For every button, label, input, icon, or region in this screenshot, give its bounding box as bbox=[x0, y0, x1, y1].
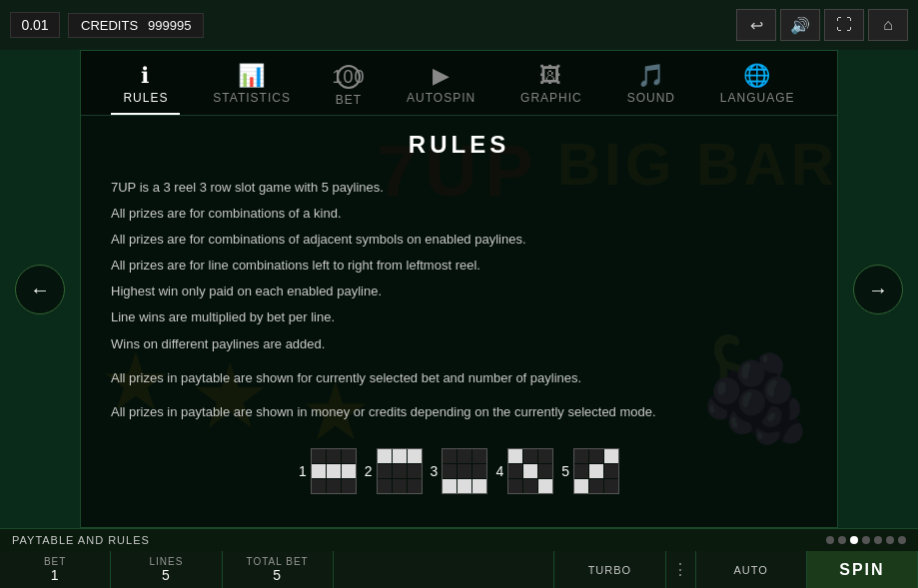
cell bbox=[378, 449, 392, 463]
paytable-label-text: PAYTABLE AND RULES bbox=[12, 534, 150, 546]
next-arrow[interactable]: → bbox=[853, 265, 903, 314]
cell bbox=[574, 449, 588, 463]
total-bet-control[interactable]: TOTAL BET 5 bbox=[223, 551, 334, 588]
rule-line-5: Highest win only paid on each enabled pa… bbox=[111, 281, 807, 302]
top-bar-icons: ↩ 🔊 ⛶ ⌂ bbox=[736, 9, 908, 41]
rules-icon: ℹ bbox=[141, 65, 150, 87]
sound-icon: 🎵 bbox=[637, 65, 665, 87]
total-bet-label: TOTAL BET bbox=[247, 556, 309, 567]
spin-button[interactable]: SPIN bbox=[807, 551, 918, 588]
cell bbox=[523, 449, 537, 463]
turbo-label: TURBO bbox=[588, 564, 632, 576]
tab-bet-label: BET bbox=[336, 93, 362, 107]
credits-display: CREDITS 999995 bbox=[68, 13, 204, 38]
payline-4: 4 bbox=[495, 448, 553, 494]
tab-language[interactable]: 🌐 LANGUAGE bbox=[708, 59, 807, 115]
cell bbox=[538, 479, 552, 493]
cell bbox=[342, 479, 356, 493]
cell bbox=[538, 449, 552, 463]
payline-5: 5 bbox=[561, 448, 619, 494]
rule-line-1: 7UP is a 3 reel 3 row slot game with 5 p… bbox=[111, 177, 807, 199]
tab-sound-label: SOUND bbox=[627, 91, 675, 105]
bet-value: 1 bbox=[51, 567, 60, 583]
bet-control[interactable]: BET 1 bbox=[0, 551, 111, 588]
win-display bbox=[334, 551, 555, 588]
payline-1-grid bbox=[311, 448, 357, 494]
home-button[interactable]: ⌂ bbox=[868, 9, 908, 41]
rule-line-7: Wins on different paylines are added. bbox=[111, 333, 807, 355]
cell bbox=[408, 479, 422, 493]
tab-autospin-label: AUTOSPIN bbox=[407, 91, 475, 105]
rule-line-4: All prizes are for line combinations lef… bbox=[111, 255, 807, 277]
cell bbox=[312, 464, 326, 478]
cell bbox=[342, 464, 356, 478]
graphic-icon: 🖼 bbox=[539, 65, 562, 87]
tab-graphic-label: GRAPHIC bbox=[520, 91, 582, 105]
back-button[interactable]: ↩ bbox=[736, 9, 776, 41]
bet-icon: 100 bbox=[337, 65, 361, 89]
cell bbox=[574, 479, 588, 493]
cell bbox=[472, 449, 486, 463]
statistics-icon: 📊 bbox=[238, 65, 266, 87]
cell bbox=[472, 464, 486, 478]
bet-display: 0.01 bbox=[10, 12, 60, 38]
rules-text: 7UP is a 3 reel 3 row slot game with 5 p… bbox=[111, 177, 807, 423]
lines-control[interactable]: LINES 5 bbox=[111, 551, 222, 588]
rules-title: RULES bbox=[111, 131, 807, 159]
cell bbox=[458, 464, 471, 478]
cell bbox=[393, 464, 407, 478]
bottom-bar: PAYTABLE AND RULES BET 1 LINES 5 TOTAL B… bbox=[0, 528, 918, 588]
tab-statistics-label: STATISTICS bbox=[213, 91, 291, 105]
payline-3-grid bbox=[442, 448, 487, 494]
tab-rules[interactable]: ℹ RULES bbox=[111, 59, 180, 115]
bet-label: BET bbox=[44, 556, 66, 567]
cell bbox=[393, 479, 407, 493]
main-content: ℹ RULES 📊 STATISTICS 100 BET ▶ AUTOSPIN … bbox=[80, 50, 838, 528]
rule-line-6: Line wins are multiplied by bet per line… bbox=[111, 306, 807, 328]
dot-4 bbox=[862, 536, 870, 544]
cell bbox=[574, 464, 588, 478]
payline-3: 3 bbox=[431, 448, 488, 494]
prev-arrow[interactable]: ← bbox=[15, 265, 65, 314]
payline-2-number: 2 bbox=[365, 463, 373, 479]
total-bet-value: 5 bbox=[273, 567, 282, 583]
dot-1 bbox=[826, 536, 834, 544]
cell bbox=[508, 464, 522, 478]
payline-5-grid bbox=[573, 448, 619, 494]
menu-dots-button[interactable]: ⋮ bbox=[666, 551, 696, 588]
sound-button[interactable]: 🔊 bbox=[780, 9, 820, 41]
tab-bet[interactable]: 100 BET bbox=[324, 59, 374, 115]
cell bbox=[538, 464, 552, 478]
rule-extra-1: All prizes in paytable are shown for cur… bbox=[111, 367, 807, 389]
cell bbox=[342, 449, 356, 463]
fullscreen-button[interactable]: ⛶ bbox=[824, 9, 864, 41]
rule-extra-2: All prizes in paytable are shown in mone… bbox=[111, 401, 807, 423]
dot-5 bbox=[874, 536, 882, 544]
cell bbox=[327, 464, 341, 478]
payline-4-grid bbox=[507, 448, 553, 494]
payline-4-number: 4 bbox=[495, 463, 503, 479]
paytable-label-row: PAYTABLE AND RULES bbox=[0, 529, 918, 551]
turbo-button[interactable]: TURBO bbox=[554, 551, 665, 588]
bottom-controls: BET 1 LINES 5 TOTAL BET 5 TURBO ⋮ AUTO S… bbox=[0, 551, 918, 588]
cell bbox=[458, 449, 471, 463]
autospin-icon: ▶ bbox=[433, 65, 451, 87]
tab-statistics[interactable]: 📊 STATISTICS bbox=[201, 59, 303, 115]
cell bbox=[589, 479, 603, 493]
payline-1: 1 bbox=[299, 448, 357, 494]
nav-tabs: ℹ RULES 📊 STATISTICS 100 BET ▶ AUTOSPIN … bbox=[81, 51, 837, 116]
payline-5-number: 5 bbox=[561, 463, 569, 479]
cell bbox=[327, 449, 341, 463]
tab-sound[interactable]: 🎵 SOUND bbox=[615, 59, 687, 115]
lines-value: 5 bbox=[162, 567, 171, 583]
dot-7 bbox=[898, 536, 906, 544]
tab-graphic[interactable]: 🖼 GRAPHIC bbox=[508, 59, 594, 115]
cell bbox=[443, 479, 457, 493]
cell bbox=[523, 464, 537, 478]
auto-button[interactable]: AUTO bbox=[696, 551, 807, 588]
cell bbox=[378, 479, 392, 493]
cell bbox=[327, 479, 341, 493]
cell bbox=[508, 479, 522, 493]
payline-2-grid bbox=[377, 448, 423, 494]
tab-autospin[interactable]: ▶ AUTOSPIN bbox=[395, 59, 487, 115]
